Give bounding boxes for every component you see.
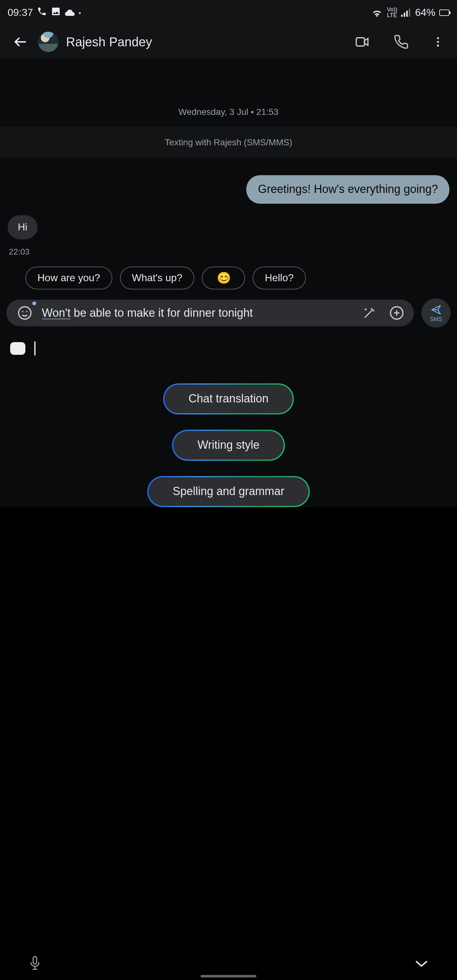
svg-rect-0: [401, 14, 403, 16]
emoji-picker-button[interactable]: [14, 302, 35, 324]
svg-rect-3: [409, 9, 410, 17]
battery-icon: [439, 10, 449, 16]
ai-option-spelling-grammar[interactable]: Spelling and grammar: [147, 476, 310, 507]
svg-point-11: [26, 311, 27, 312]
compose-text-rest: be able to make it for dinner tonight: [70, 307, 253, 319]
panel-top-row: [10, 342, 447, 374]
incoming-message-row: Hi: [0, 215, 457, 243]
dot-icon: •: [79, 9, 81, 16]
send-mode-label: SMS: [430, 316, 442, 322]
outgoing-message-row: Greetings! How's everything going?: [0, 175, 457, 215]
svg-point-8: [437, 45, 439, 47]
call-missed-icon: [37, 6, 47, 19]
back-button[interactable]: [10, 32, 30, 52]
emoji-indicator-dot: [32, 301, 36, 305]
image-notif-icon: [51, 6, 61, 19]
incoming-message-bubble[interactable]: Hi: [8, 215, 37, 239]
ai-assist-panel: Chat translation Writing style Spelling …: [0, 332, 457, 507]
magic-compose-button[interactable]: [359, 303, 379, 323]
ai-options-list: Chat translation Writing style Spelling …: [10, 374, 447, 507]
svg-rect-5: [357, 38, 365, 46]
keyboard-toggle-button[interactable]: [10, 342, 25, 355]
compose-underlined-word: Won't: [42, 307, 70, 319]
system-nav-bar: [0, 948, 457, 980]
battery-percent: 64%: [415, 7, 435, 18]
svg-point-10: [22, 311, 23, 312]
contact-name[interactable]: Rajesh Pandey: [66, 35, 152, 49]
svg-point-7: [437, 41, 439, 43]
voice-call-button[interactable]: [391, 32, 411, 52]
compose-text-input[interactable]: Won't be able to make it for dinner toni…: [42, 304, 353, 322]
ai-option-writing-style[interactable]: Writing style: [172, 430, 285, 461]
overflow-menu-button[interactable]: [429, 33, 447, 51]
signal-icon: [401, 8, 411, 17]
quick-reply-how-are-you[interactable]: How are you?: [25, 267, 112, 290]
wifi-icon: [372, 8, 383, 17]
gesture-nav-pill[interactable]: [201, 975, 256, 977]
compose-row: Won't be able to make it for dinner toni…: [0, 298, 457, 332]
status-bar: 09:37 • Vo)) LTE 64%: [0, 0, 457, 25]
outgoing-message-bubble[interactable]: Greetings! How's everything going?: [247, 175, 449, 204]
sms-info-banner: Texting with Rajesh (SMS/MMS): [0, 127, 457, 158]
send-sms-button[interactable]: SMS: [422, 298, 451, 328]
date-divider: Wednesday, 3 Jul • 21:53: [0, 97, 457, 127]
quick-reply-whats-up[interactable]: What's up?: [119, 267, 194, 290]
quick-reply-row: How are you? What's up? 😊 Hello?: [0, 267, 457, 298]
status-right: Vo)) LTE 64%: [372, 7, 449, 18]
quick-reply-hello[interactable]: Hello?: [253, 267, 306, 290]
svg-rect-1: [404, 13, 405, 17]
svg-rect-2: [406, 11, 408, 17]
collapse-panel-button[interactable]: [414, 958, 429, 970]
ai-option-chat-translation[interactable]: Chat translation: [163, 383, 294, 414]
svg-point-9: [19, 307, 31, 319]
svg-point-6: [437, 37, 439, 39]
video-call-button[interactable]: [352, 31, 373, 52]
status-time: 09:37: [8, 7, 33, 18]
volte-indicator: Vo)) LTE: [387, 7, 397, 18]
compose-pill: Won't be able to make it for dinner toni…: [6, 299, 414, 326]
text-cursor-indicator: [34, 342, 35, 355]
conversation-header: Rajesh Pandey: [0, 25, 457, 58]
contact-avatar[interactable]: [38, 32, 58, 52]
incoming-message-time: 22:03: [0, 243, 457, 267]
status-left: 09:37 •: [8, 6, 81, 19]
keyboard-icon: [13, 347, 22, 350]
attach-button[interactable]: [386, 302, 408, 324]
cloud-icon: [65, 7, 75, 18]
svg-rect-16: [33, 956, 37, 964]
voice-input-button[interactable]: [28, 955, 42, 973]
quick-reply-emoji-smile[interactable]: 😊: [202, 267, 245, 290]
chat-area: Wednesday, 3 Jul • 21:53 Texting with Ra…: [0, 58, 457, 332]
